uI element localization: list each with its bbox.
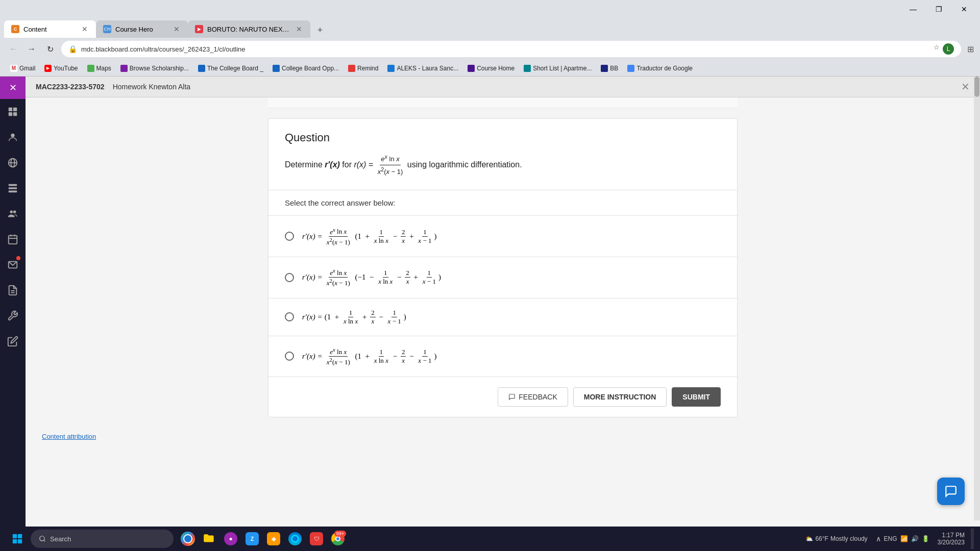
button-row: FEEDBACK MORE INSTRUCTION SUBMIT — [268, 377, 737, 417]
sidebar-item-edit[interactable] — [0, 329, 26, 354]
taskbar-icon-7[interactable]: 🛡 — [306, 528, 327, 550]
short-list-icon — [524, 65, 531, 72]
formula-b: r′(x) = ex ln x x2(x − 1) (−1 − 1 x ln x… — [302, 267, 441, 288]
sidebar-item-profile[interactable] — [0, 124, 26, 150]
svg-rect-23 — [18, 539, 22, 543]
homework-title: Homework Knewton Alta — [113, 83, 191, 91]
minimize-button[interactable]: — — [901, 2, 925, 16]
question-container: Question Determine r′(x) for r(x) = ex l… — [268, 118, 738, 417]
answer-choice-a[interactable]: r′(x) = ex ln x x2(x − 1) (1 + 1 x ln x … — [268, 216, 737, 257]
tab-boruto[interactable]: ▶ BORUTO: NARUTO NEXT GENER... ✕ — [188, 20, 310, 38]
tab-close-content[interactable]: ✕ — [81, 24, 89, 34]
answer-choice-d[interactable]: r′(x) = ex ln x x2(x − 1) (1 + 1 x ln x … — [268, 336, 737, 378]
taskbar-icon-5[interactable]: ◈ — [263, 528, 284, 550]
youtube-icon: ▶ — [44, 65, 52, 72]
formula-d: r′(x) = ex ln x x2(x − 1) (1 + 1 x ln x … — [302, 346, 436, 367]
clock-time: 1:17 PM — [942, 532, 965, 539]
svg-rect-0 — [9, 108, 12, 111]
taskbar-browser-icon[interactable] — [178, 528, 198, 550]
bookmark-youtube[interactable]: ▶ YouTube — [40, 64, 82, 73]
bookmark-bb[interactable]: BB — [597, 64, 622, 73]
taskbar-file-explorer[interactable] — [199, 528, 219, 550]
content-attribution-link[interactable]: Content attribution — [42, 433, 96, 440]
forward-button[interactable]: → — [24, 42, 39, 56]
chevron-up-icon[interactable]: ∧ — [876, 535, 881, 543]
taskbar-clock[interactable]: 1:17 PM 3/20/2023 — [938, 532, 965, 546]
taskbar-search-label: Search — [50, 535, 71, 543]
formula-c: r′(x) = (1 + 1 x ln x + 2 x − 1 x − — [302, 309, 406, 325]
bookmark-scholarship-label: Browse Scholarship... — [130, 65, 189, 72]
sidebar-item-dashboard[interactable] — [0, 99, 26, 124]
submit-button[interactable]: SUBMIT — [672, 387, 721, 407]
temperature: 66°F — [815, 535, 828, 542]
bookmark-maps-label: Maps — [96, 65, 111, 72]
taskbar-search-bar[interactable]: Search — [31, 530, 174, 548]
answer-choice-c[interactable]: r′(x) = (1 + 1 x ln x + 2 x − 1 x − — [268, 298, 737, 336]
more-instruction-button[interactable]: MORE INSTRUCTION — [573, 387, 667, 407]
content-close-button[interactable]: ✕ — [961, 81, 970, 93]
sidebar-item-groups[interactable] — [0, 201, 26, 227]
tab-label-boruto: BORUTO: NARUTO NEXT GENER... — [207, 26, 291, 33]
taskbar-chrome-icon[interactable]: 99+ — [328, 528, 348, 550]
aleks-icon — [387, 65, 395, 72]
chrome-badge: 99+ — [334, 531, 346, 537]
tab-label-course-hero: Course Hero — [115, 26, 168, 33]
bookmark-remind[interactable]: Remind — [344, 64, 382, 73]
answer-choice-b[interactable]: r′(x) = ex ln x x2(x − 1) (−1 − 1 x ln x… — [268, 257, 737, 298]
radio-c[interactable] — [285, 312, 294, 321]
bookmark-gmail[interactable]: M Gmail — [6, 64, 39, 73]
remind-icon — [348, 65, 355, 72]
weather-desc: Mostly cloudy — [830, 535, 868, 542]
taskbar-edge-icon-2[interactable] — [285, 528, 305, 550]
sidebar-item-calendar[interactable] — [0, 227, 26, 252]
bookmark-college-board-opp[interactable]: College Board Opp... — [268, 64, 343, 73]
sidebar-item-global[interactable] — [0, 150, 26, 176]
scrollbar-track[interactable] — [974, 77, 980, 520]
partial-content — [268, 97, 738, 108]
bookmark-short-list-label: Short List | Apartme... — [533, 65, 592, 72]
taskbar-icon-3[interactable]: ● — [220, 528, 241, 550]
sidebar-item-tools[interactable] — [0, 303, 26, 329]
profile-icon[interactable]: L — [943, 43, 954, 55]
tab-content[interactable]: C Content ✕ — [4, 20, 96, 38]
maps-icon — [87, 65, 94, 72]
tab-label-content: Content — [23, 26, 77, 33]
bookmark-course-home[interactable]: Course Home — [463, 64, 519, 73]
bookmark-short-list[interactable]: Short List | Apartme... — [520, 64, 596, 73]
question-body: Determine r′(x) for r(x) = ex ln x x2(x … — [285, 153, 721, 178]
sidebar-item-messages[interactable] — [0, 252, 26, 278]
taskbar-zoom-icon[interactable]: Z — [242, 528, 262, 550]
close-button[interactable]: ✕ — [952, 2, 976, 16]
show-desktop-button[interactable] — [971, 529, 974, 549]
chat-button[interactable] — [937, 478, 965, 505]
tab-favicon-course-hero: CH — [103, 25, 111, 33]
tab-course-hero[interactable]: CH Course Hero ✕ — [96, 20, 188, 38]
bookmark-scholarship[interactable]: Browse Scholarship... — [116, 64, 193, 73]
tab-close-course-hero[interactable]: ✕ — [173, 24, 181, 34]
sidebar-close-button[interactable]: ✕ — [0, 77, 26, 99]
bookmark-traductor[interactable]: Traductor de Google — [623, 64, 697, 73]
scrollbar-thumb[interactable] — [974, 77, 979, 97]
radio-b[interactable] — [285, 273, 294, 282]
bookmark-star-icon[interactable]: ☆ — [934, 43, 940, 55]
new-tab-button[interactable]: + — [312, 22, 328, 38]
back-button[interactable]: ← — [6, 42, 20, 56]
feedback-button[interactable]: FEEDBACK — [498, 387, 568, 407]
radio-d[interactable] — [285, 352, 294, 361]
sidebar-item-documents[interactable] — [0, 278, 26, 303]
radio-a[interactable] — [285, 232, 294, 241]
extensions-icon[interactable]: ⊞ — [967, 44, 974, 54]
r-prime-x-text: r′(x) — [325, 160, 340, 169]
bookmark-aleks[interactable]: ALEKS - Laura Sanc... — [383, 64, 462, 73]
tab-favicon-boruto: ▶ — [195, 25, 203, 33]
start-button[interactable] — [6, 528, 29, 550]
bookmark-maps[interactable]: Maps — [83, 64, 115, 73]
bookmark-college-board[interactable]: The College Board _ — [194, 64, 267, 73]
tab-close-boruto[interactable]: ✕ — [295, 24, 303, 34]
svg-point-11 — [10, 211, 13, 214]
refresh-button[interactable]: ↻ — [43, 42, 57, 56]
sidebar-item-content[interactable] — [0, 176, 26, 201]
url-bar[interactable]: 🔒 mdc.blackboard.com/ultra/courses/_2624… — [61, 41, 961, 57]
tabs-bar: C Content ✕ CH Course Hero ✕ ▶ BORUTO: N… — [0, 18, 980, 38]
maximize-button[interactable]: ❐ — [927, 2, 950, 16]
